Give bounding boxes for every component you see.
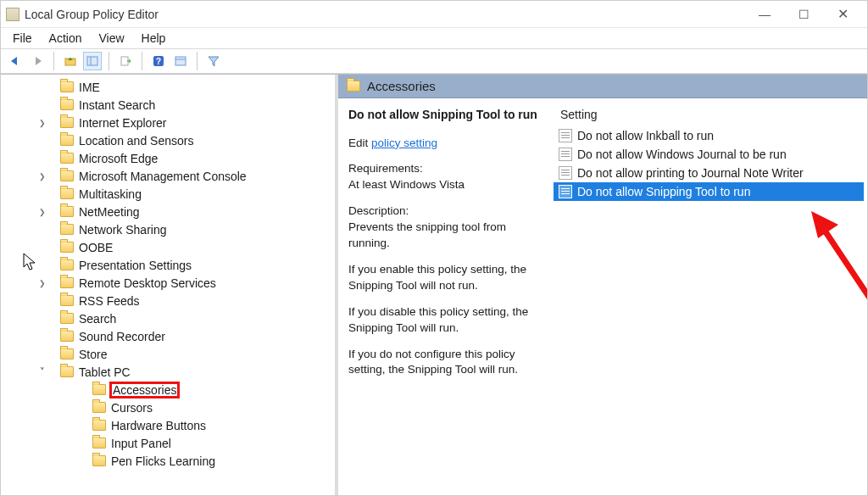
export-button[interactable] bbox=[116, 52, 135, 70]
tree-item-label: Tablet PC bbox=[79, 365, 131, 379]
tree-item-label: Microsoft Management Console bbox=[79, 170, 247, 183]
folder-icon bbox=[60, 117, 74, 128]
tree-item-label: Internet Explorer bbox=[79, 116, 167, 130]
tree-item-label: NetMeeting bbox=[79, 205, 140, 219]
show-hide-tree-button[interactable] bbox=[83, 52, 102, 70]
setting-label: Do not allow Inkball to run bbox=[577, 129, 714, 142]
svg-rect-6 bbox=[175, 57, 186, 65]
policy-icon bbox=[559, 166, 572, 180]
tree-item-remote-desktop-services[interactable]: ❯Remote Desktop Services bbox=[1, 274, 335, 292]
setting-label: Do not allow Snipping Tool to run bbox=[577, 185, 750, 198]
right-pane: Accessories Do not allow Snipping Tool t… bbox=[338, 75, 867, 496]
tree-item-label: Multitasking bbox=[79, 187, 142, 201]
svg-text:?: ? bbox=[156, 57, 161, 66]
folder-icon bbox=[60, 242, 74, 253]
menu-help[interactable]: Help bbox=[133, 30, 175, 47]
expander-closed-icon[interactable]: ❯ bbox=[36, 172, 48, 181]
tree-item-netmeeting[interactable]: ❯NetMeeting bbox=[1, 203, 335, 220]
tree-item-pen-flicks-learning[interactable]: Pen Flicks Learning bbox=[1, 452, 335, 470]
tree-item-search[interactable]: Search bbox=[1, 309, 335, 327]
filter-button[interactable] bbox=[204, 52, 223, 70]
expander-closed-icon[interactable]: ❯ bbox=[36, 279, 48, 287]
callout-arrow-icon bbox=[796, 204, 868, 348]
tree-item-label: Location and Sensors bbox=[79, 134, 193, 148]
folder-icon bbox=[60, 295, 74, 306]
window-title: Local Group Policy Editor bbox=[25, 8, 159, 21]
detail-heading: Do not allow Snipping Tool to run bbox=[348, 107, 540, 124]
tree-item-store[interactable]: Store bbox=[1, 345, 335, 363]
edit-prefix: Edit bbox=[348, 137, 368, 149]
folder-icon bbox=[60, 277, 74, 288]
expander-closed-icon[interactable]: ❯ bbox=[36, 208, 48, 216]
requirements-label: Requirements: bbox=[348, 162, 423, 175]
tree-item-sound-recorder[interactable]: Sound Recorder bbox=[1, 327, 335, 345]
description-text-4: If you do not configure this policy sett… bbox=[348, 347, 540, 379]
edit-policy-link[interactable]: policy setting bbox=[371, 137, 437, 149]
tree-item-label: Input Panel bbox=[111, 437, 171, 450]
tree-item-multitasking[interactable]: Multitasking bbox=[1, 185, 335, 203]
folder-icon bbox=[60, 259, 74, 270]
tree-item-label: OOBE bbox=[79, 241, 113, 254]
tree-item-location-and-sensors[interactable]: Location and Sensors bbox=[1, 131, 335, 149]
tree-item-label: Microsoft Edge bbox=[79, 152, 158, 165]
minimize-button[interactable]: — bbox=[745, 1, 784, 28]
tree-pane[interactable]: IMEInstant Search❯Internet ExplorerLocat… bbox=[1, 75, 338, 496]
content-split: IMEInstant Search❯Internet ExplorerLocat… bbox=[1, 74, 867, 496]
tree-item-network-sharing[interactable]: Network Sharing bbox=[1, 220, 335, 238]
breadcrumb-label: Accessories bbox=[367, 79, 436, 93]
setting-row[interactable]: Do not allow Snipping Tool to run bbox=[554, 182, 864, 201]
folder-icon bbox=[60, 81, 74, 92]
tree-item-label: Presentation Settings bbox=[79, 259, 192, 272]
close-button[interactable]: ✕ bbox=[823, 1, 862, 28]
help-button[interactable]: ? bbox=[149, 52, 168, 70]
back-button[interactable] bbox=[6, 52, 25, 70]
tree-item-presentation-settings[interactable]: Presentation Settings bbox=[1, 256, 335, 274]
tree-item-oobe[interactable]: OOBE bbox=[1, 238, 335, 256]
setting-row[interactable]: Do not allow Inkball to run bbox=[554, 126, 864, 145]
folder-icon bbox=[92, 455, 106, 466]
tree-item-microsoft-management-console[interactable]: ❯Microsoft Management Console bbox=[1, 167, 335, 185]
setting-row[interactable]: Do not allow Windows Journal to be run bbox=[554, 145, 864, 164]
expander-open-icon[interactable]: ˅ bbox=[36, 366, 48, 377]
tree-item-accessories[interactable]: Accessories bbox=[1, 381, 335, 398]
settings-column-header[interactable]: Setting bbox=[554, 105, 864, 126]
folder-icon bbox=[92, 420, 106, 431]
menu-view[interactable]: View bbox=[90, 30, 132, 47]
tree-item-label: Cursors bbox=[111, 401, 153, 415]
tree-item-label: Sound Recorder bbox=[79, 330, 165, 343]
properties-button[interactable] bbox=[171, 52, 190, 70]
maximize-button[interactable]: ☐ bbox=[784, 1, 823, 28]
tree-item-tablet-pc[interactable]: ˅Tablet PC bbox=[1, 363, 335, 381]
description-label: Description: bbox=[348, 204, 409, 217]
expander-closed-icon[interactable]: ❯ bbox=[36, 119, 48, 127]
tree-item-rss-feeds[interactable]: RSS Feeds bbox=[1, 292, 335, 309]
tree-item-internet-explorer[interactable]: ❯Internet Explorer bbox=[1, 114, 335, 131]
tree-item-hardware-buttons[interactable]: Hardware Buttons bbox=[1, 416, 335, 434]
folder-icon bbox=[347, 81, 360, 92]
up-folder-button[interactable] bbox=[61, 52, 80, 70]
toolbar: ? bbox=[1, 48, 867, 74]
menu-action[interactable]: Action bbox=[41, 30, 91, 47]
tree-item-cursors[interactable]: Cursors bbox=[1, 398, 335, 416]
svg-marker-9 bbox=[811, 211, 838, 238]
folder-icon bbox=[60, 206, 74, 217]
svg-rect-1 bbox=[87, 57, 97, 65]
titlebar: Local Group Policy Editor — ☐ ✕ bbox=[1, 1, 867, 28]
tree-item-label: Search bbox=[79, 312, 116, 326]
menu-file[interactable]: File bbox=[4, 30, 41, 47]
folder-icon bbox=[60, 99, 74, 110]
tree-item-input-panel[interactable]: Input Panel bbox=[1, 434, 335, 452]
forward-button[interactable] bbox=[28, 52, 47, 70]
svg-line-8 bbox=[820, 223, 868, 340]
tree-item-label: IME bbox=[79, 81, 100, 94]
tree-item-instant-search[interactable]: Instant Search bbox=[1, 96, 335, 114]
tree-item-label: Accessories bbox=[111, 383, 178, 397]
folder-icon bbox=[60, 188, 74, 199]
tree-item-microsoft-edge[interactable]: Microsoft Edge bbox=[1, 149, 335, 167]
tree-item-label: Hardware Buttons bbox=[111, 419, 206, 432]
folder-icon bbox=[92, 384, 106, 395]
tree-item-label: Network Sharing bbox=[79, 223, 167, 237]
detail-description-pane: Do not allow Snipping Tool to run Edit p… bbox=[338, 98, 550, 496]
setting-row[interactable]: Do not allow printing to Journal Note Wr… bbox=[554, 164, 864, 182]
tree-item-ime[interactable]: IME bbox=[1, 78, 335, 96]
